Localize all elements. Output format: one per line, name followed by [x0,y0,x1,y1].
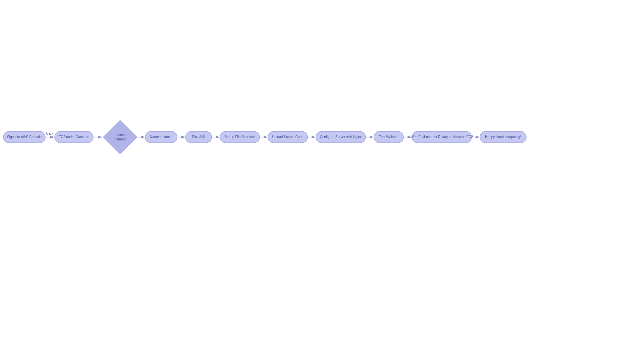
node-label-launch-instance-1: Launch [115,133,126,137]
node-ec2-under-compute: EC2 under Compute [55,131,93,143]
diagram-container: Sign into AWS Console Click EC2 under Co… [0,0,644,362]
node-web-env-ready: Web Environment Ready on Amazon EC2 [411,131,473,143]
node-launch-instance: Launch Instance [103,120,137,154]
node-name-instance: Name Instance [145,131,177,143]
node-label-launch-instance-2: Instance [114,137,126,141]
node-label-happy-cloud: Happy cloud computing! [485,135,521,139]
node-label-name-instance: Name Instance [150,135,173,139]
node-pick-ami: Pick AMI [185,131,212,143]
node-configure-nginx: Configure Server with Nginx [316,131,366,143]
node-happy-cloud: Happy cloud computing! [480,131,526,143]
node-label-pick-ami: Pick AMI [192,135,205,139]
node-label-web-env-ready: Web Environment Ready on Amazon EC2 [411,135,473,139]
node-label-file-structure: Set up File Structure [224,135,255,139]
node-label-upload-source: Upload Source Code [272,135,304,139]
connector-label-click: Click [46,132,54,135]
node-label-test-website: Test Website [379,135,398,139]
node-label-sign-into-aws: Sign into AWS Console [7,135,42,139]
node-label-configure-nginx: Configure Server with Nginx [320,135,362,139]
node-sign-into-aws: Sign into AWS Console [3,131,45,143]
node-label-ec2-compute: EC2 under Compute [59,135,90,139]
node-test-website: Test Website [374,131,404,143]
node-upload-source: Upload Source Code [268,131,308,143]
node-file-structure: Set up File Structure [220,131,260,143]
